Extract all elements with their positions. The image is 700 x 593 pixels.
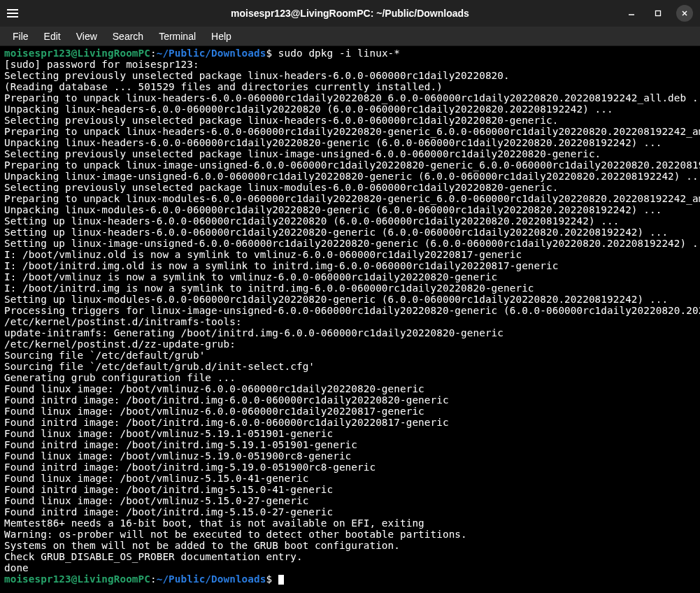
menu-search[interactable]: Search (106, 28, 150, 45)
prompt-colon: : (150, 48, 157, 59)
terminal-line: Preparing to unpack linux-modules-6.0.0-… (4, 193, 696, 204)
terminal-line: Found linux image: /boot/vmlinuz-6.0.0-0… (4, 383, 696, 394)
prompt-user-host: moisespr123@LivingRoomPC (4, 573, 150, 585)
command-text (272, 573, 278, 585)
terminal-line: Selecting previously unselected package … (4, 182, 696, 193)
terminal-line: /etc/kernel/postinst.d/zz-update-grub: (4, 338, 696, 350)
terminal-line: Found linux image: /boot/vmlinuz-6.0.0-0… (4, 406, 696, 417)
terminal-line: Selecting previously unselected package … (4, 70, 696, 81)
terminal-line: Found initrd image: /boot/initrd.img-6.0… (4, 417, 696, 428)
minimize-button[interactable] (623, 5, 640, 22)
terminal-line: Found initrd image: /boot/initrd.img-5.1… (4, 506, 696, 517)
terminal-line: Found linux image: /boot/vmlinuz-5.15.0-… (4, 473, 696, 484)
terminal-line: Memtest86+ needs a 16-bit boot, that is … (4, 517, 696, 529)
terminal-line: Processing triggers for linux-image-unsi… (4, 305, 696, 316)
terminal-line: Unpacking linux-modules-6.0.0-060000rc1d… (4, 204, 696, 215)
menu-file[interactable]: File (6, 28, 36, 45)
terminal-line: Unpacking linux-headers-6.0.0-060000rc1d… (4, 103, 696, 115)
terminal-line: Preparing to unpack linux-image-unsigned… (4, 159, 696, 171)
cursor (278, 575, 284, 585)
terminal-line: Setting up linux-modules-6.0.0-060000rc1… (4, 294, 696, 305)
menu-terminal[interactable]: Terminal (152, 28, 203, 45)
terminal-window: moisespr123@LivingRoomPC: ~/Public/Downl… (0, 0, 700, 593)
terminal-line: Found initrd image: /boot/initrd.img-5.1… (4, 439, 696, 450)
prompt-dollar: $ (266, 48, 272, 59)
terminal-line: I: /boot/vmlinuz.old is now a symlink to… (4, 249, 696, 260)
terminal-line: Setting up linux-headers-6.0.0-060000rc1… (4, 227, 696, 238)
prompt-path: ~/Public/Downloads (157, 48, 266, 59)
terminal-line: done (4, 562, 696, 573)
terminal-line: Setting up linux-image-unsigned-6.0.0-06… (4, 238, 696, 249)
window-controls (623, 5, 693, 22)
titlebar[interactable]: moisespr123@LivingRoomPC: ~/Public/Downl… (0, 0, 700, 27)
terminal-line: Preparing to unpack linux-headers-6.0.0-… (4, 92, 696, 103)
terminal-line: Unpacking linux-headers-6.0.0-060000rc1d… (4, 137, 696, 148)
terminal-line: I: /boot/vmlinuz is now a symlink to vml… (4, 271, 696, 283)
terminal-line: Found linux image: /boot/vmlinuz-5.19.0-… (4, 450, 696, 462)
window-title: moisespr123@LivingRoomPC: ~/Public/Downl… (231, 8, 469, 19)
prompt-colon: : (150, 573, 157, 585)
terminal-line: (Reading database ... 501529 files and d… (4, 81, 696, 92)
terminal-line: [sudo] password for moisespr123: (4, 59, 696, 70)
terminal-line: moisespr123@LivingRoomPC:~/Public/Downlo… (4, 573, 696, 585)
maximize-button[interactable] (650, 5, 666, 22)
menu-help[interactable]: Help (204, 28, 238, 45)
terminal-line: Sourcing file `/etc/default/grub' (4, 350, 696, 361)
terminal-line: Preparing to unpack linux-headers-6.0.0-… (4, 126, 696, 137)
terminal-line: Found initrd image: /boot/initrd.img-6.0… (4, 394, 696, 406)
terminal-line: moisespr123@LivingRoomPC:~/Public/Downlo… (4, 48, 696, 59)
prompt-dollar: $ (266, 573, 272, 585)
terminal-line: Selecting previously unselected package … (4, 115, 696, 126)
terminal-line: Found initrd image: /boot/initrd.img-5.1… (4, 484, 696, 495)
terminal-line: Generating grub configuration file ... (4, 372, 696, 383)
terminal-line: I: /boot/initrd.img is now a symlink to … (4, 283, 696, 294)
terminal-line: I: /boot/initrd.img.old is now a symlink… (4, 260, 696, 271)
prompt-user-host: moisespr123@LivingRoomPC (4, 48, 150, 59)
terminal-line: Found linux image: /boot/vmlinuz-5.15.0-… (4, 495, 696, 506)
terminal-line: Setting up linux-headers-6.0.0-060000rc1… (4, 215, 696, 227)
terminal-line: Check GRUB_DISABLE_OS_PROBER documentati… (4, 551, 696, 562)
menubar: File Edit View Search Terminal Help (0, 27, 700, 46)
prompt-path: ~/Public/Downloads (157, 573, 266, 585)
menu-view[interactable]: View (69, 28, 104, 45)
terminal-line: Sourcing file `/etc/default/grub.d/init-… (4, 361, 696, 372)
hamburger-menu-icon[interactable] (7, 6, 21, 20)
terminal-line: Systems on them will not be added to the… (4, 540, 696, 551)
terminal-line: update-initramfs: Generating /boot/initr… (4, 327, 696, 338)
terminal-body[interactable]: moisespr123@LivingRoomPC:~/Public/Downlo… (0, 46, 700, 593)
close-button[interactable] (676, 5, 693, 22)
terminal-line: Selecting previously unselected package … (4, 148, 696, 159)
terminal-line: Warning: os-prober will not be executed … (4, 529, 696, 540)
terminal-line: Found linux image: /boot/vmlinuz-5.19.1-… (4, 428, 696, 439)
menu-edit[interactable]: Edit (37, 28, 68, 45)
terminal-line: Found initrd image: /boot/initrd.img-5.1… (4, 462, 696, 473)
svg-rect-1 (656, 11, 661, 16)
terminal-line: /etc/kernel/postinst.d/initramfs-tools: (4, 316, 696, 327)
terminal-line: Unpacking linux-image-unsigned-6.0.0-060… (4, 171, 696, 182)
command-text: sudo dpkg -i linux-* (272, 48, 400, 59)
